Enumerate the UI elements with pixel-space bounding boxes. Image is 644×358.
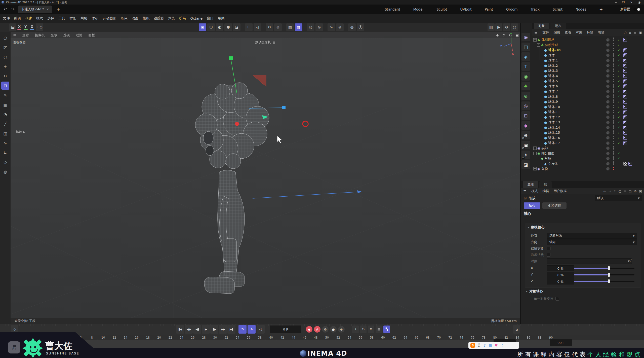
visibility-dots[interactable] — [613, 79, 614, 84]
slider-track[interactable] — [574, 266, 634, 270]
group2-header[interactable]: ∨对象轴心 — [526, 289, 543, 294]
menu-item-6[interactable]: 样条 — [69, 16, 76, 21]
edit-toggle[interactable]: ∕ — [606, 126, 610, 129]
null-object-icon[interactable]: ◉ — [521, 33, 530, 41]
gizmo-y-handle[interactable] — [229, 56, 233, 60]
object-row[interactable]: ●球体.14∕✓ — [532, 125, 644, 130]
edit-toggle[interactable]: ∕ — [606, 49, 610, 52]
add-layout-icon[interactable]: + — [599, 7, 603, 12]
visibility-dots[interactable] — [613, 166, 614, 171]
menu-item-1[interactable]: 编辑 — [14, 16, 21, 21]
quantize-rotate-icon[interactable]: ↻ — [266, 23, 273, 31]
expander-icon[interactable]: − — [537, 43, 540, 47]
menu-item-8[interactable]: 体积 — [92, 16, 98, 21]
menu-item-3[interactable]: 模式 — [36, 16, 43, 21]
grid-snap-icon[interactable]: ▦ — [286, 23, 294, 31]
object-row[interactable]: −◉细分曲面∕✓ — [532, 151, 644, 156]
goto-start-button[interactable]: ▮◀ — [176, 325, 184, 334]
layout-sculpt[interactable]: Sculpt — [436, 7, 447, 11]
object-row[interactable]: ●球体.2∕✓ — [532, 63, 644, 68]
menu-item-0[interactable]: 文件 — [3, 16, 10, 21]
enabled-check-icon[interactable]: ✓ — [617, 151, 620, 156]
enabled-check-icon[interactable]: ✓ — [617, 125, 620, 130]
edit-toggle[interactable]: ∕ — [606, 116, 610, 119]
visibility-dots[interactable] — [613, 68, 614, 73]
snap-tool[interactable]: ◇ — [1, 158, 9, 166]
phong-tag-icon[interactable] — [623, 90, 627, 93]
expander-icon[interactable]: − — [537, 157, 540, 160]
mirror-icon[interactable]: ∿ — [328, 23, 335, 31]
goto-end-button[interactable]: ▶▮ — [227, 325, 235, 334]
layout-standard[interactable]: Standard — [385, 7, 400, 11]
edit-toggle[interactable]: ∕ — [606, 121, 610, 124]
mode-tab-1[interactable]: 柔和选择 — [542, 202, 567, 209]
visibility-dots[interactable] — [613, 151, 614, 156]
workplane-icon[interactable]: ◱ — [254, 23, 261, 31]
om-menu-3[interactable]: 对象 — [576, 30, 582, 35]
viewport-menu-2[interactable]: 显示 — [51, 33, 57, 38]
ime-mic-icon[interactable]: ♪ — [484, 343, 486, 347]
modeling-tool[interactable]: ▦ — [1, 101, 9, 109]
phong-tag-icon[interactable] — [623, 59, 627, 62]
volume-builder-icon[interactable]: ♣ — [521, 82, 530, 90]
render-picture-viewer-icon[interactable]: ▶ — [495, 23, 502, 31]
octane-icon[interactable]: ◎ — [511, 23, 518, 31]
visibility-dots[interactable] — [613, 104, 614, 110]
edit-toggle[interactable]: ∕ — [606, 38, 610, 42]
phong-tag-icon[interactable] — [623, 136, 627, 140]
filter-icon[interactable]: ≡ — [634, 31, 636, 34]
axis-center-ring[interactable] — [303, 121, 308, 127]
edit-toggle[interactable]: ∕ — [606, 90, 610, 93]
visibility-dots[interactable] — [613, 156, 614, 161]
keying-settings-button[interactable]: ⚙ — [322, 326, 329, 333]
current-frame-field[interactable]: 0 F — [270, 326, 301, 333]
attr-menu-0[interactable]: 模式 — [532, 189, 538, 193]
slider-value-field[interactable]: 0 % — [547, 265, 574, 271]
object-row[interactable]: ●球体.6∕✓ — [532, 84, 644, 89]
mirror-settings-icon[interactable]: ⊛ — [336, 23, 344, 31]
next-frame-button[interactable]: ▮▶ — [210, 325, 218, 334]
pen-tool[interactable]: ✎ — [1, 91, 9, 99]
visibility-dots[interactable] — [613, 37, 614, 42]
sky-object-icon[interactable]: ⊕ST — [521, 131, 530, 139]
edit-toggle[interactable]: ∕ — [606, 54, 610, 57]
enabled-check-icon[interactable]: ✓ — [617, 130, 620, 135]
edit-toggle[interactable]: ∕ — [606, 69, 610, 73]
om-menu-1[interactable]: 编辑 — [554, 30, 560, 35]
phong-tag-icon[interactable] — [623, 131, 627, 135]
magnet-tool[interactable]: ◍ — [1, 168, 9, 176]
edit-toggle[interactable]: ∕ — [606, 105, 610, 109]
visibility-dots[interactable] — [613, 43, 614, 48]
axis-tool[interactable]: ∟ — [1, 149, 9, 157]
animation-mode-icon[interactable]: ◪ — [233, 23, 240, 31]
symmetry-object-icon[interactable]: ◆ — [521, 121, 530, 130]
key-selection-button[interactable]: ● — [330, 326, 337, 333]
redo-icon[interactable]: ↷ — [11, 7, 15, 12]
tab-attributes[interactable]: 属性 — [523, 181, 538, 188]
edit-toggle[interactable]: ∕ — [606, 43, 610, 47]
visibility-dots[interactable] — [613, 99, 614, 104]
viewport[interactable]: Y Z X 透视视图 默认摄像机 ▤ 缩放 ⊡ — [11, 32, 520, 318]
render-view-icon[interactable]: ▥ — [488, 23, 495, 31]
prev-frame-button[interactable]: ◀▮ — [193, 325, 201, 334]
character-model[interactable] — [195, 83, 269, 294]
ime-lang-icon[interactable]: 英 — [477, 343, 481, 348]
minimize-timeline-icon[interactable]: ◢ — [513, 325, 520, 334]
record-pla-toggle[interactable]: ▚ — [383, 326, 390, 333]
edit-toggle[interactable]: ∕ — [606, 59, 610, 62]
layout-model[interactable]: Model — [413, 7, 424, 11]
phong-tag-icon[interactable] — [623, 48, 627, 52]
enabled-check-icon[interactable]: ✓ — [617, 48, 620, 53]
cube-primitive-icon[interactable]: ◈ — [521, 52, 530, 61]
axis-mode-icon[interactable]: ∟ — [245, 23, 253, 31]
enabled-check-icon[interactable]: ✓ — [617, 104, 620, 110]
home-icon[interactable]: ⌂ — [629, 31, 631, 34]
enabled-check-icon[interactable]: ✓ — [617, 94, 620, 99]
enabled-check-icon[interactable]: ✓ — [617, 74, 620, 79]
search-icon[interactable]: ○ — [624, 31, 626, 34]
axis-y-toggle[interactable]: Y — [23, 24, 28, 31]
enabled-check-icon[interactable]: ✓ — [617, 115, 620, 120]
brush-tool[interactable]: ◔ — [1, 110, 9, 118]
viewport-menu-1[interactable]: 摄像机 — [35, 33, 45, 38]
viewport-menu-3[interactable]: 选项 — [63, 33, 70, 38]
